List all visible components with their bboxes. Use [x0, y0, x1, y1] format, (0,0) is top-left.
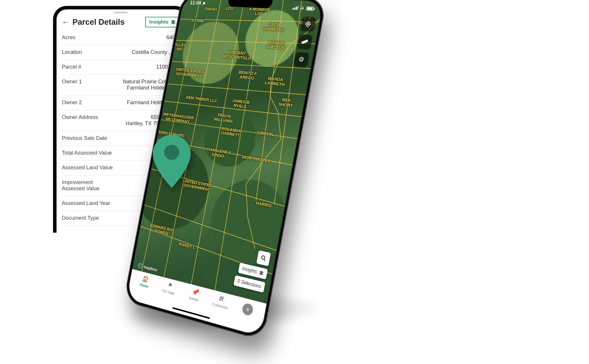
locate-button[interactable]: [300, 17, 316, 32]
svg-line-19: [309, 21, 309, 22]
parcel-owner-label: RONNIE SHELTON: [266, 40, 286, 50]
details-header: ← Parcel Details Insights: [57, 15, 185, 30]
tab-forsale-label: For Sale: [162, 288, 175, 296]
detail-label: Assessed Land Value: [62, 165, 115, 171]
layers-icon: [259, 270, 264, 276]
detail-label: Previous Sale Date: [62, 135, 115, 141]
map-selections-label: 0 Selections: [237, 278, 262, 289]
parcel-owner-label: RANDY L: [178, 241, 196, 250]
svg-line-20: [307, 27, 308, 27]
signal-icon: [292, 6, 299, 10]
parcel-owner-label: JAMES B RYALS: [231, 98, 250, 110]
measure-button[interactable]: [297, 34, 313, 49]
parcel-owner-label: VINCENT MOSCARITOLO: [222, 49, 252, 60]
flag-icon: ⚑: [166, 282, 173, 289]
insights-button[interactable]: Insights: [145, 17, 180, 27]
wifi-icon: [300, 6, 305, 10]
map-tools: ⚙: [293, 17, 316, 67]
tab-customize-label: Customize: [211, 302, 228, 310]
parcel-owner-label: REX SHORT: [278, 97, 294, 108]
detail-label: Total Assessed Value: [62, 150, 115, 156]
svg-line-15: [246, 0, 294, 201]
detail-label: Owner 2: [62, 100, 115, 106]
tab-customize[interactable]: 🛠 Customize: [206, 292, 235, 312]
map-float-controls: Insights 0 Selections: [234, 246, 271, 293]
parcel-owner-label: CHARLENE K DINDO: [205, 147, 232, 160]
page-title: Parcel Details: [72, 18, 142, 27]
gear-icon: ⚙: [298, 55, 305, 64]
svg-point-0: [164, 145, 179, 160]
parcel-owner-label: UNITED STATES GOVERNMENT: [175, 67, 204, 78]
detail-row: LocationCostilla County , CO: [62, 45, 180, 60]
detail-label: Parcel #: [62, 64, 115, 70]
parcel-owner-label: GRIFFIN: [257, 130, 274, 137]
parcel-owner-label: ILYNNE: [191, 18, 205, 23]
detail-row: Acres640.0: [62, 30, 180, 45]
mapbox-logo-icon: [138, 263, 143, 269]
tab-for-sale[interactable]: ⚑ For Sale: [155, 279, 183, 298]
home-indicator: [172, 307, 210, 319]
parcel-owner-label: SKRP PROPER: [241, 154, 271, 163]
map-insights-label: Insights: [242, 266, 258, 275]
svg-line-9: [142, 205, 280, 251]
parcel-owner-label: AEM TIMBER LLC: [186, 95, 218, 103]
map-pin-icon: [153, 135, 191, 188]
svg-point-18: [307, 24, 309, 25]
svg-line-1: [180, 14, 319, 28]
parcel-owner-label: EDWARD RAY BOWEN: [149, 223, 175, 237]
detail-label: Document Type: [62, 215, 115, 221]
svg-line-25: [264, 259, 266, 261]
svg-line-5: [165, 100, 302, 118]
layers-icon: [171, 20, 176, 24]
parcel-owner-label: ZACH HAMMONS: [262, 22, 285, 32]
parcel-owner-label: HARRIS: [256, 201, 272, 208]
detail-label: Acres: [62, 34, 115, 41]
sheet-grabber[interactable]: [114, 12, 128, 13]
detail-label: Improvement Assessed Value: [62, 179, 115, 192]
detail-label: Owner 1: [62, 79, 115, 85]
parcel-owner-label: BENITO F AREGO: [237, 70, 257, 81]
parcel-owner-label: ROLANDA GARRETT: [221, 126, 241, 138]
status-time: 11:04 ➤: [190, 0, 206, 6]
svg-line-3: [172, 56, 311, 75]
svg-point-24: [261, 256, 265, 260]
detail-row: Owner 1Natural Prairie Colorado Farmland…: [62, 75, 180, 95]
tab-profile[interactable]: S: [233, 299, 263, 319]
parcel-owner-label: ALLEY INC: [173, 42, 187, 52]
svg-rect-23: [302, 39, 308, 44]
detail-label: Owner Address: [62, 114, 115, 120]
detail-value: 640.0: [121, 34, 180, 41]
tab-home[interactable]: 🏠 Home: [132, 273, 158, 291]
sliders-icon: 🛠: [218, 295, 225, 303]
detail-label: Assessed Land Year: [62, 200, 115, 206]
map-attribution-label: mapbox: [143, 264, 158, 272]
parcel-owner-label: TRAVIS WILLIAMS: [214, 112, 234, 124]
home-icon: 🏠: [141, 275, 149, 283]
tab-saved[interactable]: 📌 Saved: [180, 285, 208, 305]
battery-icon: [306, 6, 314, 11]
parcel-owner-label: WEYERHAEUSER NR COMPANY: [162, 112, 194, 125]
avatar: S: [241, 302, 254, 317]
parcel-owner-label: WANDA LAMBETH: [264, 76, 286, 87]
insights-button-label: Insights: [149, 19, 168, 25]
settings-button[interactable]: ⚙: [293, 52, 310, 67]
map-search-button[interactable]: [256, 250, 271, 266]
detail-row: Parcel #11001220: [62, 60, 180, 75]
svg-line-2: [176, 34, 315, 51]
svg-line-4: [168, 80, 306, 99]
back-arrow-icon[interactable]: ←: [62, 18, 70, 26]
detail-label: Location: [62, 49, 115, 55]
pin-icon: 📌: [191, 288, 199, 296]
